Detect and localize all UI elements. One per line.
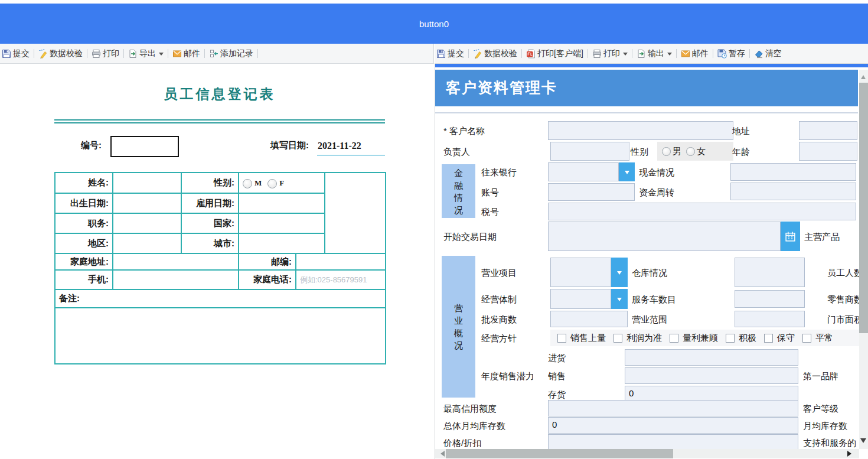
female-radio[interactable] — [686, 147, 695, 156]
policy-label: 经营方针 — [481, 333, 517, 344]
address-input[interactable] — [799, 121, 857, 140]
scroll-up-icon[interactable] — [861, 73, 866, 79]
capital-label: 资金周转 — [639, 187, 674, 198]
monthly-total-input[interactable]: 0 — [548, 417, 798, 434]
policy-option[interactable]: 量利兼顾 — [670, 333, 718, 344]
add-record-button[interactable]: 添加记录 — [209, 48, 253, 59]
vertical-scroll-thumb[interactable] — [859, 83, 868, 333]
print-client-button[interactable]: 打印[客户端] — [526, 48, 583, 59]
toolbar-separator — [713, 49, 713, 58]
validate-button[interactable]: 数据校验 — [473, 48, 517, 59]
scroll-left-icon[interactable] — [438, 451, 445, 457]
checkbox-icon[interactable] — [670, 334, 678, 343]
sales-input[interactable] — [625, 367, 798, 384]
home-address-input-cell[interactable] — [113, 253, 239, 270]
eraser-icon — [754, 49, 763, 58]
wholesalers-label: 批发商数 — [481, 314, 517, 325]
checkbox-icon[interactable] — [802, 334, 811, 343]
checkbox-icon[interactable] — [557, 334, 566, 343]
business-items-dropdown-button[interactable] — [611, 258, 628, 287]
gender-m-radio[interactable] — [243, 179, 252, 188]
panel-divider — [434, 64, 435, 459]
system-select[interactable] — [550, 289, 611, 309]
policy-option[interactable]: 平常 — [802, 333, 833, 344]
submit-button[interactable]: 提交 — [436, 48, 464, 59]
wholesalers-input[interactable] — [550, 311, 628, 327]
horizontal-scrollbar[interactable] — [435, 449, 859, 458]
notes-input-cell[interactable] — [55, 308, 386, 364]
export-button[interactable]: 导出 — [128, 48, 164, 59]
checkbox-icon[interactable] — [764, 334, 773, 343]
capital-input[interactable] — [730, 183, 856, 200]
scroll-right-icon[interactable] — [847, 451, 854, 457]
cash-input[interactable] — [730, 163, 856, 181]
policy-option[interactable]: 销售上量 — [557, 333, 606, 344]
finance-section-label: 金融情况 — [442, 164, 475, 218]
checkbox-icon[interactable] — [614, 334, 622, 343]
print-client-label: 打印[客户端] — [537, 48, 583, 59]
business-items-select[interactable] — [550, 258, 611, 287]
purchase-input[interactable] — [625, 349, 798, 366]
checkbox-icon[interactable] — [726, 334, 735, 343]
vehicles-input[interactable] — [735, 290, 805, 308]
trade-date-input[interactable] — [548, 222, 781, 251]
zip-input-cell[interactable] — [296, 253, 386, 270]
manager-input[interactable] — [550, 142, 629, 161]
validate-button[interactable]: 数据校验 — [38, 48, 83, 59]
birth-input-cell[interactable] — [113, 193, 181, 213]
print-button[interactable]: 打印 — [592, 48, 628, 59]
calendar-button[interactable] — [781, 222, 800, 251]
policy-option[interactable]: 保守 — [764, 333, 795, 344]
save-icon — [2, 49, 11, 58]
purchase-label: 进货 — [548, 353, 566, 364]
mail-button[interactable]: 邮件 — [681, 48, 709, 59]
country-input-cell[interactable] — [239, 213, 325, 233]
print-client-icon — [526, 49, 536, 58]
export-label: 导出 — [139, 48, 156, 59]
policy-option[interactable]: 利润为准 — [614, 333, 662, 344]
account-input[interactable] — [548, 183, 635, 201]
country-label: 国家: — [214, 218, 234, 228]
city-input-cell[interactable] — [239, 233, 325, 253]
mobile-input-cell[interactable] — [113, 270, 239, 289]
region-label: 地区: — [88, 238, 109, 248]
gender-label: 性别 — [631, 147, 648, 158]
home-phone-input-cell[interactable]: 例如:025-85679591 — [296, 270, 386, 289]
photo-cell — [325, 172, 386, 253]
address-label: 地址 — [732, 126, 750, 137]
header-divider — [435, 112, 858, 113]
print-button[interactable]: 打印 — [92, 48, 119, 59]
customer-name-input[interactable] — [548, 121, 733, 140]
mail-icon — [681, 49, 690, 58]
scope-input[interactable] — [735, 311, 805, 327]
male-radio[interactable] — [662, 147, 671, 156]
id-input[interactable] — [110, 136, 179, 157]
price-input[interactable] — [548, 434, 798, 451]
button0[interactable]: button0 — [419, 19, 449, 29]
credit-label: 最高信用额度 — [443, 403, 497, 415]
name-input-cell[interactable] — [113, 172, 181, 193]
save-temp-button[interactable]: 暂存 — [717, 48, 745, 59]
scroll-down-icon[interactable] — [860, 438, 866, 446]
mail-button[interactable]: 邮件 — [172, 48, 200, 59]
submit-button[interactable]: 提交 — [2, 48, 30, 59]
position-input-cell[interactable] — [113, 213, 181, 233]
system-dropdown-button[interactable] — [611, 289, 628, 309]
bank-select[interactable] — [548, 162, 619, 181]
gender-label: 性别: — [214, 177, 234, 187]
warehouse-input[interactable] — [735, 258, 805, 287]
credit-input[interactable] — [548, 400, 798, 416]
policy-option[interactable]: 积极 — [726, 333, 756, 344]
clear-button[interactable]: 清空 — [754, 48, 782, 59]
tax-input[interactable] — [548, 203, 856, 220]
bank-dropdown-button[interactable] — [619, 162, 635, 181]
age-input[interactable] — [799, 142, 857, 161]
notes-label: 备注: — [59, 293, 80, 303]
vertical-scrollbar[interactable] — [859, 70, 868, 449]
gender-f-radio[interactable] — [267, 179, 277, 188]
hire-input-cell[interactable] — [239, 193, 325, 213]
mail-label: 邮件 — [184, 48, 200, 59]
horizontal-scroll-thumb[interactable] — [446, 449, 673, 458]
output-button[interactable]: 输出 — [637, 48, 672, 59]
region-input-cell[interactable] — [113, 233, 181, 253]
